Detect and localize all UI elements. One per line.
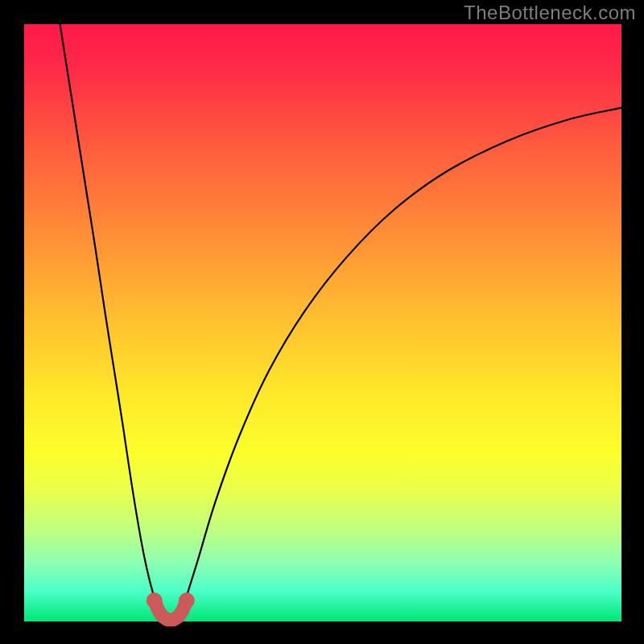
watermark-text: TheBottleneck.com (464, 2, 636, 24)
valley-marker-dot (147, 592, 163, 609)
chart-frame: TheBottleneck.com (0, 0, 644, 644)
valley-marker-dot (179, 592, 195, 609)
plot-background (24, 24, 621, 621)
chart-svg (0, 0, 644, 644)
